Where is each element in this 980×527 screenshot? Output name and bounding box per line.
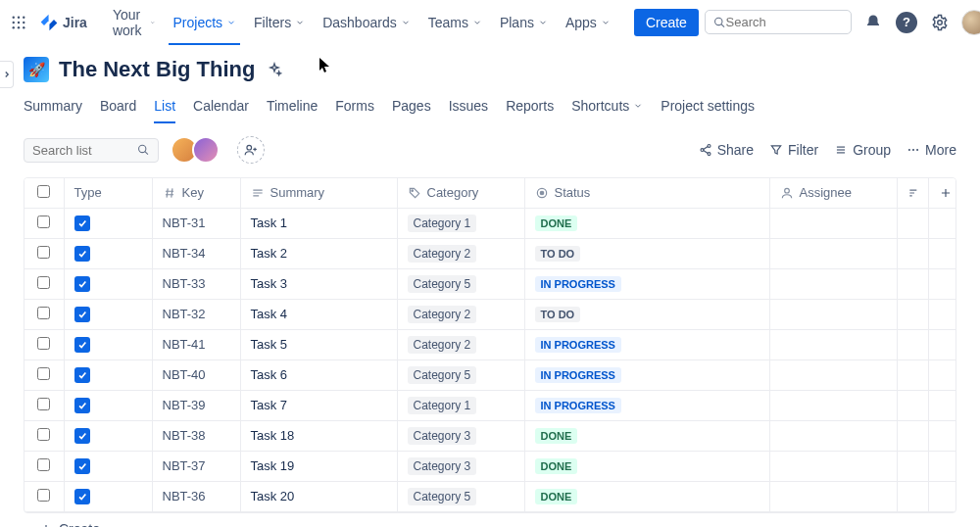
row-type[interactable] (64, 481, 152, 511)
row-assignee[interactable] (769, 451, 897, 481)
row-checkbox[interactable] (37, 246, 50, 259)
create-button[interactable]: Create (634, 9, 699, 36)
row-status[interactable]: DONE (524, 451, 769, 481)
row-key[interactable]: NBT-40 (152, 359, 240, 390)
row-assignee[interactable] (769, 299, 897, 329)
row-checkbox[interactable] (37, 276, 50, 289)
row-summary[interactable]: Task 2 (240, 238, 397, 268)
row-assignee[interactable] (769, 420, 897, 451)
table-row[interactable]: NBT-36Task 20Category 5DONE (24, 481, 956, 511)
row-assignee[interactable] (769, 268, 897, 299)
row-type[interactable] (64, 359, 152, 390)
row-checkbox-cell[interactable] (24, 238, 64, 268)
row-type[interactable] (64, 208, 152, 238)
row-status[interactable]: TO DO (524, 238, 769, 268)
group-button[interactable]: Group (834, 142, 891, 158)
row-checkbox-cell[interactable] (24, 481, 64, 511)
row-key[interactable]: NBT-37 (152, 451, 240, 481)
row-type[interactable] (64, 420, 152, 451)
tab-issues[interactable]: Issues (449, 92, 488, 123)
row-status[interactable]: DONE (524, 208, 769, 238)
row-status[interactable]: TO DO (524, 299, 769, 329)
row-assignee[interactable] (769, 481, 897, 511)
select-all-header[interactable] (24, 178, 64, 208)
more-button[interactable]: More (906, 142, 956, 158)
app-switcher-icon[interactable] (10, 11, 27, 34)
notifications-icon[interactable] (861, 11, 885, 34)
row-status[interactable]: IN PROGRESS (524, 329, 769, 359)
nav-dashboards[interactable]: Dashboards (315, 0, 418, 45)
row-category[interactable]: Category 5 (397, 359, 524, 390)
row-category[interactable]: Category 3 (397, 451, 524, 481)
row-category[interactable]: Category 3 (397, 420, 524, 451)
global-search-input[interactable] (726, 15, 843, 29)
row-status[interactable]: IN PROGRESS (524, 390, 769, 420)
row-checkbox-cell[interactable] (24, 299, 64, 329)
table-row[interactable]: NBT-37Task 19Category 3DONE (24, 451, 956, 481)
tab-calendar[interactable]: Calendar (193, 92, 249, 123)
row-summary[interactable]: Task 7 (240, 390, 397, 420)
col-category[interactable]: Category (397, 178, 524, 208)
tab-list[interactable]: List (154, 92, 175, 123)
row-checkbox-cell[interactable] (24, 208, 64, 238)
ai-sparkle-icon[interactable] (265, 60, 284, 79)
row-checkbox-cell[interactable] (24, 420, 64, 451)
col-type[interactable]: Type (64, 178, 152, 208)
table-row[interactable]: NBT-41Task 5Category 2IN PROGRESS (24, 329, 956, 359)
row-key[interactable]: NBT-36 (152, 481, 240, 511)
row-type[interactable] (64, 238, 152, 268)
row-checkbox-cell[interactable] (24, 359, 64, 390)
row-summary[interactable]: Task 4 (240, 299, 397, 329)
row-key[interactable]: NBT-33 (152, 268, 240, 299)
row-key[interactable]: NBT-32 (152, 299, 240, 329)
row-type[interactable] (64, 451, 152, 481)
row-category[interactable]: Category 1 (397, 208, 524, 238)
create-inline-button[interactable]: Create (24, 513, 956, 528)
row-summary[interactable]: Task 19 (240, 451, 397, 481)
row-type[interactable] (64, 329, 152, 359)
add-people-button[interactable] (237, 136, 265, 164)
table-row[interactable]: NBT-34Task 2Category 2TO DO (24, 238, 956, 268)
table-row[interactable]: NBT-38Task 18Category 3DONE (24, 420, 956, 451)
table-row[interactable]: NBT-32Task 4Category 2TO DO (24, 299, 956, 329)
row-status[interactable]: IN PROGRESS (524, 359, 769, 390)
list-search[interactable] (24, 138, 159, 163)
share-button[interactable]: Share (699, 142, 754, 158)
row-category[interactable]: Category 1 (397, 390, 524, 420)
row-assignee[interactable] (769, 329, 897, 359)
nav-apps[interactable]: Apps (558, 0, 618, 45)
row-summary[interactable]: Task 18 (240, 420, 397, 451)
row-checkbox-cell[interactable] (24, 390, 64, 420)
row-summary[interactable]: Task 1 (240, 208, 397, 238)
nav-plans[interactable]: Plans (492, 0, 556, 45)
row-summary[interactable]: Task 20 (240, 481, 397, 511)
row-checkbox[interactable] (37, 398, 50, 410)
row-checkbox[interactable] (37, 337, 50, 350)
product-logo[interactable]: Jira (33, 9, 93, 36)
row-key[interactable]: NBT-39 (152, 390, 240, 420)
nav-teams[interactable]: Teams (420, 0, 490, 45)
col-sort[interactable] (897, 178, 928, 208)
row-category[interactable]: Category 2 (397, 329, 524, 359)
row-status[interactable]: DONE (524, 420, 769, 451)
row-category[interactable]: Category 5 (397, 268, 524, 299)
help-icon[interactable]: ? (895, 11, 918, 34)
tab-pages[interactable]: Pages (392, 92, 431, 123)
add-column-button[interactable] (928, 178, 956, 208)
select-all-checkbox[interactable] (37, 185, 50, 198)
tab-timeline[interactable]: Timeline (267, 92, 318, 123)
row-checkbox[interactable] (37, 428, 50, 441)
list-search-input[interactable] (32, 143, 137, 158)
avatar[interactable] (192, 136, 220, 164)
row-status[interactable]: IN PROGRESS (524, 268, 769, 299)
row-type[interactable] (64, 299, 152, 329)
row-checkbox[interactable] (37, 489, 50, 502)
row-assignee[interactable] (769, 208, 897, 238)
nav-filters[interactable]: Filters (246, 0, 313, 45)
tab-project-settings[interactable]: Project settings (661, 92, 755, 123)
tab-summary[interactable]: Summary (24, 92, 82, 123)
col-status[interactable]: Status (524, 178, 769, 208)
table-row[interactable]: NBT-40Task 6Category 5IN PROGRESS (24, 359, 956, 390)
profile-avatar[interactable] (961, 10, 980, 35)
row-type[interactable] (64, 390, 152, 420)
